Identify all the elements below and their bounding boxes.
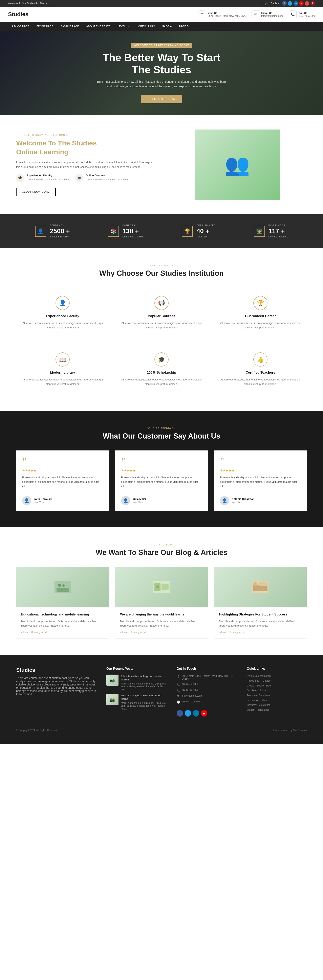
footer-link-a-4[interactable]: Terms and Conditions <box>247 694 307 697</box>
main-nav: A BLOG PAGE FRONT PAGE SAMPLE PAGE ABOUT… <box>0 22 323 31</box>
footer-twitter[interactable]: t <box>185 710 191 716</box>
blog-meta-1: admin Uncategorized <box>120 631 203 634</box>
feature-card-0: 👤 Experienced Faculty At vero eos et acc… <box>16 288 109 338</box>
footer-links-list: Online Documentation How to Start A Cour… <box>247 675 307 711</box>
copyright-text: © Copyright 2024. All Rights Reserved. <box>16 729 58 732</box>
footer-post-link-1[interactable]: We are changing the way the world learns <box>121 694 166 701</box>
nav-link-about[interactable]: ABOUT THE TESTS <box>83 22 114 31</box>
twitter-icon[interactable]: t <box>288 1 292 6</box>
nav-link-level[interactable]: LEVEL 1 <box>114 22 133 31</box>
testimonial-0: " ★★★★★ Praesent blandit aliquam suscipi… <box>16 450 109 511</box>
blog-author-2: admin <box>219 631 226 634</box>
footer-social: f t in ▶ <box>177 707 237 716</box>
about-section: GET TO KNOW ABOUT STUDIES Welcome To The… <box>0 115 323 214</box>
footer-post-link-0[interactable]: Educational technology and mobile learni… <box>121 675 166 681</box>
register-link[interactable]: Register <box>271 2 280 5</box>
why-tag: WHY CHOOSE US <box>16 264 307 267</box>
feature-3-title: Modern Library <box>22 371 103 375</box>
feature-card-3: 📖 Modern Library At vero eos et accusamu… <box>16 344 109 395</box>
about-text: GET TO KNOW ABOUT STUDIES Welcome To The… <box>16 134 155 196</box>
about-description: Lorem ipsum dolor sit amet, consectetur … <box>16 160 155 169</box>
footer-phone2: 📞 (123) 4567 890 <box>177 689 237 692</box>
feature-card-1: 📢 Popular Courses At vero eos et accusam… <box>115 288 208 338</box>
blog-category-0[interactable]: Uncategorized <box>31 631 46 634</box>
footer-link-a-1[interactable]: How to Start A Course <box>247 679 307 682</box>
nav-link-front[interactable]: FRONT PAGE <box>33 22 57 31</box>
hero-cta-button[interactable]: GET STARTED NOW <box>141 95 182 103</box>
stat-certificates: 🏆 CERTIFICATES 40 + Award Win <box>182 224 216 238</box>
feature-4-title: 100% Scholarship <box>122 371 201 375</box>
visit-contact: 📍 Visit Us 2671 Robert Road, New York, U… <box>198 11 246 18</box>
footer-email: ✉ info@sitename.com <box>177 694 237 698</box>
nav-link-lorem[interactable]: LOREM IPSUM <box>133 22 159 31</box>
footer-link-a-2[interactable]: Create A Support Ticket <box>247 684 307 687</box>
feature-1-title: Popular Courses <box>122 314 201 318</box>
svg-point-1 <box>58 584 61 587</box>
footer-link-1: How to Start A Course <box>247 679 307 682</box>
author-info-1: Julia Miller New York <box>133 498 146 504</box>
visit-info: Visit Us 2671 Robert Road, New York, USA <box>208 11 246 18</box>
courses-stat-icon: 📚 <box>108 226 119 237</box>
blog-category-1[interactable]: Uncategorized <box>130 631 146 634</box>
footer-link-a-3[interactable]: Our Refund Policy <box>247 689 307 692</box>
linkedin-icon[interactable]: in <box>294 1 298 6</box>
phone-contact: 📞 Call Us (123) 4567 890 <box>289 11 315 18</box>
email-icon: ✉ <box>251 11 259 18</box>
phone2-icon: 📞 <box>177 689 180 692</box>
stars-0: ★★★★★ <box>22 469 103 473</box>
nav-item-front: FRONT PAGE <box>33 22 57 31</box>
students-icon: 👤 <box>35 226 46 237</box>
footer-about-text: There are course and event custom post t… <box>16 676 96 696</box>
footer-posts-title: Our Recent Posts <box>106 667 166 671</box>
about-cta-button[interactable]: ABOUT KNOW MORE <box>16 188 56 196</box>
feature-courses: 💻 Online Courses Lorem ipsum dolor sit a… <box>75 174 128 182</box>
footer-youtube[interactable]: ▶ <box>201 710 207 716</box>
blog-category-2[interactable]: Uncategorized <box>229 631 245 634</box>
pinterest-icon[interactable]: P <box>310 1 315 6</box>
top-bar: Welcome To Our Studies Pro Themes Login … <box>0 0 323 7</box>
footer-link-a-7[interactable]: Student Registration <box>247 708 307 711</box>
facebook-icon[interactable]: f <box>282 1 287 6</box>
courses-info: COURSES 138 + Completed Courses <box>123 224 144 238</box>
blog-excerpt-2: Morbi blandit tempus euismod. Quisque at… <box>219 619 302 628</box>
location-icon: 📍 <box>198 11 206 18</box>
about-headline: Welcome To The Studies Online Learning <box>16 138 155 156</box>
nav-item-pageb: PAGE B <box>176 22 192 31</box>
testimonial-text-0: Praesent blandit aliquam suscipit. Nam n… <box>22 475 103 488</box>
feature-2-title: Guaranteed Career <box>220 314 301 318</box>
about-features: 🎓 Experienced Faculty Lorem ipsum dolor … <box>16 174 155 182</box>
footer-about: Studies There are course and event custo… <box>16 667 96 716</box>
footer-link-a-5[interactable]: Become A Teacher <box>247 699 307 702</box>
nav-link-pagea[interactable]: PAGE A <box>159 22 176 31</box>
svg-point-2 <box>62 584 65 587</box>
footer-post-info-0: Educational technology and mobile learni… <box>121 675 166 691</box>
googleplus-icon[interactable]: g+ <box>305 1 309 6</box>
testimonials-headline: What Our Customer Say About Us <box>16 432 307 441</box>
why-section: WHY CHOOSE US Why Choose Our Studies Ins… <box>0 248 323 411</box>
nav-link-pageb[interactable]: PAGE B <box>176 22 192 31</box>
footer-logo: Studies <box>16 667 96 673</box>
youtube-icon[interactable]: ▶ <box>299 1 304 6</box>
nav-item-pagea: PAGE A <box>159 22 176 31</box>
footer-facebook[interactable]: f <box>177 710 183 716</box>
header-contacts: 📍 Visit Us 2671 Robert Road, New York, U… <box>198 11 315 18</box>
footer-link-a-6[interactable]: Instructor Registration <box>247 704 307 706</box>
footer-link-a-0[interactable]: Online Documentation <box>247 675 307 678</box>
about-image <box>168 129 307 200</box>
login-link[interactable]: Login <box>262 2 268 5</box>
blog-title-2: Highlighting Strategies For Student Succ… <box>219 612 302 617</box>
quote-icon-2: " <box>220 457 301 466</box>
nav-link-sample[interactable]: SAMPLE PAGE <box>57 22 83 31</box>
nav-item-sample: SAMPLE PAGE <box>57 22 83 31</box>
feature-2-icon: 🏆 <box>253 296 267 310</box>
footer-linkedin[interactable]: in <box>193 710 199 716</box>
stat-students: 👤 STUDENTS 2500 + Students Enrolled <box>35 224 70 238</box>
why-headline: Why Choose Our Studies Institution <box>16 269 307 278</box>
clock-icon: 🕐 <box>177 700 180 704</box>
phone-icon: 📞 <box>289 11 297 18</box>
site-logo[interactable]: Studies <box>8 11 29 18</box>
nav-link-blog[interactable]: A BLOG PAGE <box>8 22 33 31</box>
footer-contact: Get In Touch 📍 506, Lorem Street, Statio… <box>177 667 237 716</box>
footer-grid: Studies There are course and event custo… <box>16 667 307 716</box>
quote-icon-1: " <box>121 457 202 466</box>
